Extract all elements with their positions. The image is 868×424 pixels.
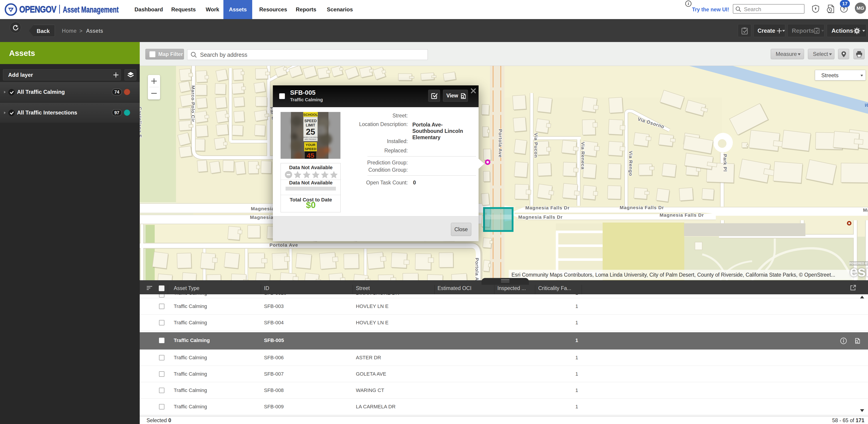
svg-text:Via Pucon: Via Pucon (533, 133, 539, 158)
svg-text:WHEN CHILDREN: WHEN CHILDREN (303, 136, 317, 138)
svg-text:Via Rengo: Via Rengo (628, 151, 633, 176)
svg-text:Magnesia Falls Dr: Magnesia Falls Dr (620, 205, 664, 210)
svg-text:Park Pl: Park Pl (723, 154, 728, 172)
svg-text:SPEED: SPEED (305, 147, 316, 151)
svg-text:Portola Ave: Portola Ave (474, 258, 480, 280)
svg-text:Marco Polo Cir: Marco Polo Cir (190, 85, 196, 122)
svg-text:Magnesia Falls Dr: Magnesia Falls Dr (863, 207, 868, 213)
svg-text:SPEED: SPEED (304, 119, 317, 123)
svg-text:SCHOOL: SCHOOL (303, 113, 318, 116)
svg-text:Portola Ave: Portola Ave (498, 129, 503, 158)
svg-text:W: W (865, 103, 868, 108)
svg-text:Castellana E: Castellana E (140, 107, 143, 138)
svg-text:Portola Ave: Portola Ave (270, 242, 298, 248)
svg-text:i: i (688, 2, 689, 6)
svg-text:ARE PRESENT: ARE PRESENT (305, 138, 317, 140)
svg-text:Magnesia Falls Dr: Magnesia Falls Dr (525, 205, 570, 210)
svg-text:LIMIT: LIMIT (306, 123, 315, 127)
svg-text:45: 45 (307, 152, 314, 159)
svg-text:Via Reneca: Via Reneca (580, 142, 586, 170)
svg-text:OPENGOV: OPENGOV (19, 4, 57, 15)
svg-text:Magnesia Falls Dr: Magnesia Falls Dr (518, 215, 563, 220)
svg-text:25: 25 (306, 127, 315, 137)
svg-text:YOUR: YOUR (306, 143, 315, 147)
svg-text:Magnesia Falls Dr: Magnesia Falls Dr (659, 213, 704, 218)
svg-text:Asset Management: Asset Management (63, 5, 119, 14)
